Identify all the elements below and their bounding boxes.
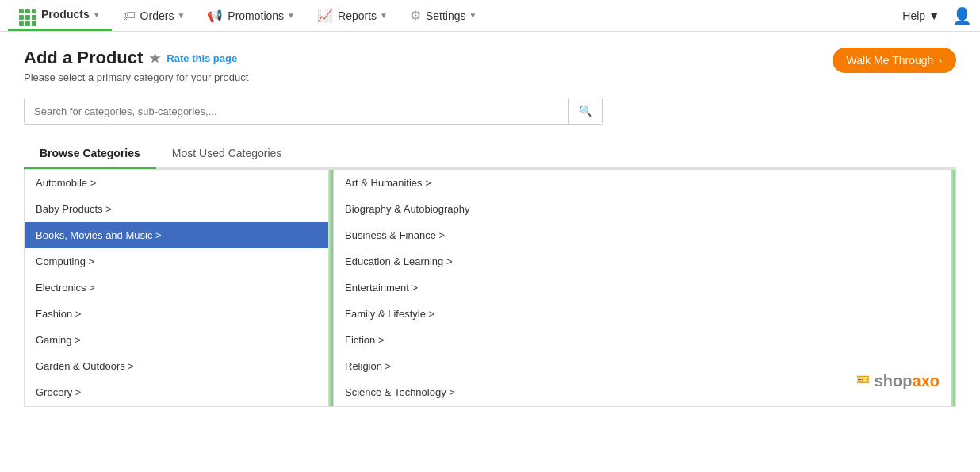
category-business-finance[interactable]: Business & Finance > [334, 222, 955, 248]
megaphone-icon: 📢 [207, 8, 223, 23]
page-title-area: Add a Product ★ Rate this page Please se… [24, 48, 248, 83]
tabs: Browse Categories Most Used Categories [24, 139, 956, 169]
page-subtitle: Please select a primary category for you… [24, 71, 248, 83]
search-input[interactable] [25, 99, 568, 124]
page-header: Add a Product ★ Rate this page Please se… [24, 48, 956, 83]
category-col-left: Automobile > Baby Products > Books, Movi… [25, 170, 334, 406]
category-gaming[interactable]: Gaming > [25, 327, 333, 353]
category-education-learning[interactable]: Education & Learning > [334, 248, 955, 274]
nav-label-products: Products [41, 8, 90, 21]
nav-item-promotions[interactable]: 📢 Promotions ▼ [196, 0, 306, 31]
tab-most-used-categories[interactable]: Most Used Categories [156, 139, 298, 169]
tab-browse-categories[interactable]: Browse Categories [24, 139, 156, 169]
rate-this-page-link[interactable]: Rate this page [167, 52, 237, 64]
user-icon[interactable]: 👤 [952, 6, 972, 25]
grid-icon [19, 2, 36, 26]
shopaxo-logo: 🎫 shopaxo [856, 372, 940, 390]
caret-icon: ▼ [93, 10, 101, 19]
nav-label-orders: Orders [140, 10, 174, 22]
col-divider-right [951, 170, 955, 406]
main-content: Add a Product ★ Rate this page Please se… [0, 32, 980, 423]
nav-item-settings[interactable]: ⚙ Settings ▼ [399, 0, 488, 31]
caret-icon-promotions: ▼ [287, 11, 295, 20]
walk-me-through-button[interactable]: Walk Me Through › [833, 48, 956, 73]
tag-icon: 🏷 [123, 9, 136, 23]
nav-label-settings: Settings [426, 10, 466, 22]
category-baby-products[interactable]: Baby Products > [25, 196, 333, 222]
caret-icon-settings: ▼ [469, 11, 477, 20]
nav-item-reports[interactable]: 📈 Reports ▼ [306, 0, 399, 31]
caret-icon-help: ▼ [928, 10, 940, 22]
nav-item-products[interactable]: Products ▼ [8, 0, 112, 31]
star-icon: ★ [149, 51, 160, 66]
category-fiction[interactable]: Fiction > [334, 327, 955, 353]
col-divider-left [328, 170, 333, 406]
category-panel: Automobile > Baby Products > Books, Movi… [24, 169, 956, 407]
chevron-right-icon: › [938, 54, 942, 67]
category-entertainment[interactable]: Entertainment > [334, 274, 955, 301]
page-title: Add a Product ★ Rate this page [24, 48, 248, 68]
search-icon: 🔍 [579, 105, 592, 117]
category-fashion[interactable]: Fashion > [25, 301, 333, 327]
category-books-movies-music[interactable]: Books, Movies and Music > [25, 222, 333, 248]
nav-right: Help ▼ 👤 [902, 6, 972, 25]
category-family-lifestyle[interactable]: Family & Lifestyle > [334, 301, 955, 327]
caret-icon-orders: ▼ [177, 11, 185, 20]
chart-icon: 📈 [317, 8, 333, 23]
nav-item-orders[interactable]: 🏷 Orders ▼ [112, 0, 197, 31]
nav-label-reports: Reports [338, 10, 377, 22]
help-label: Help [902, 10, 925, 22]
category-automobile[interactable]: Automobile > [25, 170, 333, 196]
gear-icon: ⚙ [410, 8, 421, 23]
category-biography-autobiography[interactable]: Biography & Autobiography [334, 196, 955, 222]
category-grocery[interactable]: Grocery > [25, 379, 333, 405]
search-button[interactable]: 🔍 [568, 98, 602, 124]
category-art-humanities[interactable]: Art & Humanities > [334, 170, 955, 196]
nav-label-promotions: Promotions [228, 10, 284, 22]
caret-icon-reports: ▼ [380, 11, 388, 20]
search-bar: 🔍 [24, 98, 603, 125]
navbar: Products ▼ 🏷 Orders ▼ 📢 Promotions ▼ 📈 R… [0, 0, 980, 32]
category-col-right: Art & Humanities > Biography & Autobiogr… [334, 170, 955, 406]
category-garden-outdoors[interactable]: Garden & Outdoors > [25, 353, 333, 379]
help-button[interactable]: Help ▼ [902, 10, 940, 22]
category-computing[interactable]: Computing > [25, 248, 333, 274]
category-electronics[interactable]: Electronics > [25, 274, 333, 301]
